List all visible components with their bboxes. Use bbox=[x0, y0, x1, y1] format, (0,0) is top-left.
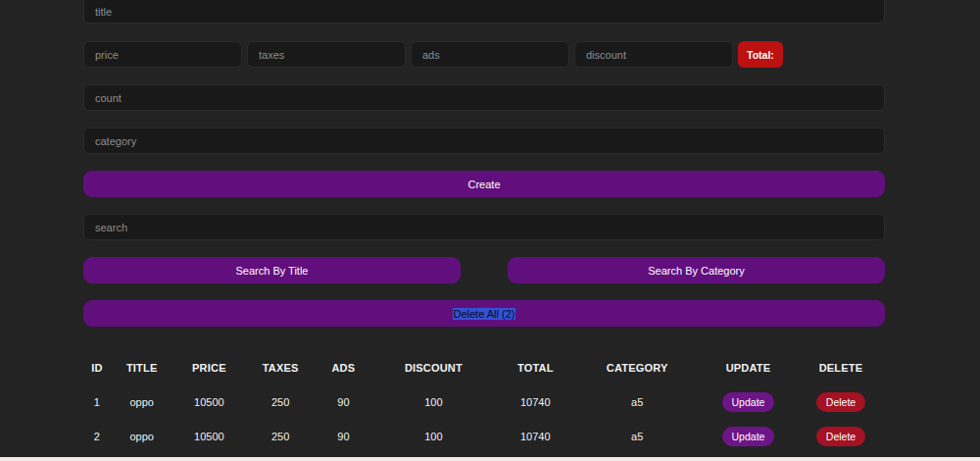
header-delete: DELETE bbox=[797, 350, 885, 384]
table-header-row: ID TITLE PRICE TAXES ADS DISCOUNT TOTAL … bbox=[83, 350, 885, 384]
cell-price: 10500 bbox=[173, 419, 246, 453]
cell-taxes: 250 bbox=[245, 419, 316, 453]
main-content: Total: Create Search By Title Search By … bbox=[83, 0, 885, 453]
app-container: Total: Create Search By Title Search By … bbox=[0, 0, 980, 457]
header-taxes: TAXES bbox=[245, 350, 316, 384]
title-input[interactable] bbox=[83, 0, 885, 24]
cell-title: oppo bbox=[111, 384, 173, 419]
page-bottom-strip bbox=[0, 457, 980, 461]
header-price: PRICE bbox=[173, 350, 246, 384]
cell-category: a5 bbox=[574, 419, 700, 453]
table-row: 2 oppo 10500 250 90 100 10740 a5 Update … bbox=[83, 419, 885, 453]
cell-discount: 100 bbox=[371, 419, 497, 453]
products-table: ID TITLE PRICE TAXES ADS DISCOUNT TOTAL … bbox=[83, 350, 885, 453]
cell-ads: 90 bbox=[316, 384, 370, 419]
cell-total: 10740 bbox=[496, 384, 574, 419]
header-category: CATEGORY bbox=[574, 350, 700, 384]
cell-id: 2 bbox=[83, 419, 111, 453]
count-input[interactable] bbox=[83, 84, 885, 111]
header-title: TITLE bbox=[111, 350, 173, 384]
total-badge: Total: bbox=[738, 41, 783, 68]
header-id: ID bbox=[83, 350, 111, 384]
search-buttons-row: Search By Title Search By Category bbox=[83, 257, 885, 283]
header-discount: DISCOUNT bbox=[371, 350, 497, 384]
cell-category: a5 bbox=[574, 384, 700, 419]
price-input[interactable] bbox=[83, 41, 242, 68]
search-input[interactable] bbox=[83, 214, 885, 240]
category-input[interactable] bbox=[83, 128, 885, 154]
ads-input[interactable] bbox=[411, 41, 569, 68]
header-ads: ADS bbox=[316, 350, 370, 384]
search-by-category-button[interactable]: Search By Category bbox=[508, 257, 885, 283]
cell-discount: 100 bbox=[371, 384, 497, 419]
row-update-button[interactable]: Update bbox=[722, 392, 775, 412]
search-by-title-button[interactable]: Search By Title bbox=[83, 257, 461, 283]
cell-id: 1 bbox=[83, 384, 111, 419]
cell-price: 10500 bbox=[173, 384, 246, 419]
discount-input[interactable] bbox=[574, 41, 733, 68]
cell-ads: 90 bbox=[316, 419, 370, 453]
delete-all-button[interactable]: Delete All (2) bbox=[83, 300, 885, 327]
row-update-button[interactable]: Update bbox=[722, 427, 775, 446]
numeric-inputs-row: Total: bbox=[83, 41, 885, 68]
header-total: TOTAL bbox=[496, 350, 574, 384]
cell-title: oppo bbox=[111, 419, 173, 453]
create-button[interactable]: Create bbox=[83, 171, 885, 197]
taxes-input[interactable] bbox=[247, 41, 406, 68]
row-delete-button[interactable]: Delete bbox=[816, 427, 865, 446]
table-row: 1 oppo 10500 250 90 100 10740 a5 Update … bbox=[83, 384, 885, 419]
delete-all-label: Delete All (2) bbox=[453, 308, 516, 320]
cell-taxes: 250 bbox=[245, 384, 316, 419]
header-update: UPDATE bbox=[700, 350, 797, 384]
cell-total: 10740 bbox=[496, 419, 574, 453]
row-delete-button[interactable]: Delete bbox=[816, 392, 865, 412]
